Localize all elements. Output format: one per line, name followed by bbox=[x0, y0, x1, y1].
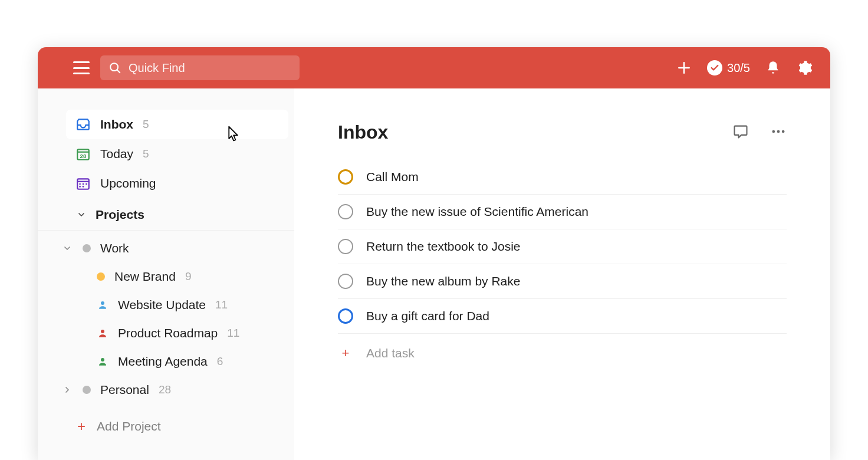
sidebar: Inbox528Today5Upcoming Projects WorkNew … bbox=[38, 88, 294, 460]
svg-text:28: 28 bbox=[80, 153, 87, 159]
nav-count: 5 bbox=[143, 147, 149, 160]
person-icon bbox=[97, 327, 108, 339]
project-count: 28 bbox=[159, 383, 171, 396]
header-bar: 30/5 bbox=[38, 47, 830, 88]
sidebar-nav-inbox[interactable]: Inbox5 bbox=[66, 110, 288, 139]
project-label: Meeting Agenda bbox=[118, 354, 208, 369]
person-icon bbox=[97, 299, 108, 311]
task-row[interactable]: Buy the new album by Rake bbox=[338, 264, 787, 299]
task-title: Call Mom bbox=[366, 170, 419, 184]
project-item[interactable]: Meeting Agenda6 bbox=[38, 347, 294, 376]
task-row[interactable]: Call Mom bbox=[338, 160, 787, 195]
today-icon: 28 bbox=[75, 146, 91, 162]
nav-label: Upcoming bbox=[100, 176, 156, 190]
task-title: Buy a gift card for Dad bbox=[366, 309, 489, 323]
task-checkbox[interactable] bbox=[338, 239, 353, 254]
header-actions: 30/5 bbox=[676, 60, 813, 76]
sidebar-nav-today[interactable]: 28Today5 bbox=[38, 139, 294, 169]
main-content: Inbox Call M bbox=[294, 88, 830, 460]
project-item[interactable]: Website Update11 bbox=[38, 291, 294, 319]
add-project-button[interactable]: + Add Project bbox=[38, 404, 294, 442]
page-title: Inbox bbox=[338, 121, 732, 143]
project-label: New Brand bbox=[114, 270, 176, 284]
add-task-label: Add task bbox=[366, 346, 415, 360]
settings-icon[interactable] bbox=[796, 60, 813, 76]
project-count: 6 bbox=[217, 355, 223, 368]
nav-label: Today bbox=[100, 147, 133, 161]
project-label: Work bbox=[100, 241, 129, 255]
svg-point-16 bbox=[101, 358, 104, 362]
project-count: 11 bbox=[215, 298, 228, 311]
project-label: Website Update bbox=[118, 298, 206, 312]
more-icon[interactable] bbox=[770, 123, 787, 142]
check-circle-icon bbox=[707, 60, 722, 75]
project-label: Product Roadmap bbox=[118, 326, 218, 340]
task-checkbox[interactable] bbox=[338, 274, 353, 289]
svg-point-19 bbox=[782, 130, 785, 133]
sidebar-nav-upcoming[interactable]: Upcoming bbox=[38, 169, 294, 198]
search-box[interactable] bbox=[100, 55, 300, 80]
add-project-label: Add Project bbox=[97, 419, 161, 433]
search-input[interactable] bbox=[129, 61, 291, 75]
upcoming-icon bbox=[75, 176, 91, 191]
project-color-icon bbox=[97, 272, 105, 281]
nav-count: 5 bbox=[143, 118, 149, 131]
task-checkbox[interactable] bbox=[338, 204, 353, 219]
svg-point-14 bbox=[101, 301, 104, 305]
app-window: 30/5 Inbox528Today5Upcoming bbox=[38, 47, 830, 460]
body: Inbox528Today5Upcoming Projects WorkNew … bbox=[38, 88, 830, 460]
project-color-icon bbox=[83, 386, 91, 394]
svg-point-17 bbox=[772, 130, 775, 133]
task-checkbox[interactable] bbox=[338, 169, 353, 185]
chevron-down-icon bbox=[75, 209, 87, 221]
project-count: 9 bbox=[185, 270, 192, 283]
project-count: 11 bbox=[227, 327, 239, 340]
projects-header-label: Projects bbox=[96, 208, 144, 222]
chevron-icon bbox=[61, 242, 73, 254]
inbox-icon bbox=[75, 117, 91, 132]
project-item[interactable]: New Brand9 bbox=[38, 262, 294, 291]
project-folder-personal[interactable]: Personal28 bbox=[38, 376, 294, 404]
task-row[interactable]: Buy a gift card for Dad bbox=[338, 299, 787, 334]
notifications-icon[interactable] bbox=[765, 60, 781, 75]
task-title: Buy the new issue of Scientific American bbox=[366, 205, 588, 219]
svg-line-1 bbox=[117, 70, 120, 73]
task-row[interactable]: Return the textbook to Josie bbox=[338, 229, 787, 264]
project-item[interactable]: Product Roadmap11 bbox=[38, 319, 294, 347]
search-icon bbox=[108, 61, 121, 74]
productivity-button[interactable]: 30/5 bbox=[707, 60, 750, 75]
project-label: Personal bbox=[100, 383, 149, 397]
task-checkbox[interactable] bbox=[338, 308, 353, 324]
comments-icon[interactable] bbox=[732, 123, 749, 142]
project-folder-work[interactable]: Work bbox=[38, 234, 294, 262]
person-icon bbox=[97, 356, 108, 367]
task-row[interactable]: Buy the new issue of Scientific American bbox=[338, 195, 787, 229]
plus-icon: + bbox=[338, 346, 353, 361]
project-color-icon bbox=[83, 244, 91, 252]
task-title: Return the textbook to Josie bbox=[366, 239, 521, 254]
add-task-button[interactable]: + Add task bbox=[338, 334, 787, 373]
plus-icon: + bbox=[75, 418, 87, 435]
main-header: Inbox bbox=[338, 121, 787, 143]
projects-header[interactable]: Projects bbox=[38, 198, 294, 231]
svg-point-15 bbox=[101, 330, 104, 333]
menu-icon[interactable] bbox=[73, 61, 90, 74]
productivity-score: 30/5 bbox=[727, 61, 750, 75]
svg-point-18 bbox=[777, 130, 780, 133]
chevron-icon bbox=[61, 384, 73, 396]
task-title: Buy the new album by Rake bbox=[366, 274, 520, 288]
quick-add-icon[interactable] bbox=[676, 60, 692, 75]
nav-label: Inbox bbox=[100, 117, 133, 132]
